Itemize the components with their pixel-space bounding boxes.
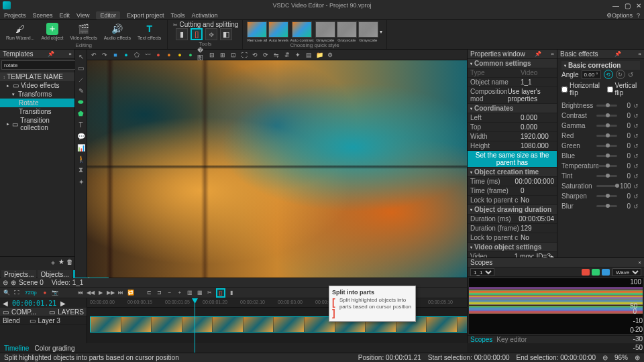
- chart-tool-icon[interactable]: 📊: [76, 143, 86, 152]
- templates-add-button[interactable]: ＋: [50, 258, 56, 267]
- layer-row[interactable]: Blend ▭ Layer 3: [0, 316, 87, 325]
- tl-tool-3[interactable]: ▮: [227, 289, 235, 297]
- tooltip-tool-icon[interactable]: 💬: [76, 131, 86, 141]
- redo-icon[interactable]: ↷: [101, 51, 109, 59]
- mark-out-icon[interactable]: ⊐: [156, 289, 164, 297]
- style-grayscale-1[interactable]: [315, 21, 335, 38]
- reset-8-icon[interactable]: ↺: [633, 183, 640, 190]
- slider-temperature[interactable]: [596, 165, 617, 167]
- pen-tool-icon[interactable]: ✎: [76, 86, 86, 95]
- templates-del-button[interactable]: 🗑: [66, 258, 73, 267]
- menu-export[interactable]: Export project: [127, 12, 164, 19]
- tl-next-icon[interactable]: ▶: [60, 300, 66, 307]
- maximize-icon[interactable]: ▢: [625, 2, 631, 9]
- menu-scenes[interactable]: Scenes: [33, 12, 53, 19]
- zoom-out-status[interactable]: ⊖: [602, 354, 608, 361]
- folder-icon[interactable]: 📁: [315, 51, 323, 59]
- tree-rotate[interactable]: Rotate: [0, 99, 74, 107]
- zoom-out-icon[interactable]: 🔍: [3, 289, 11, 297]
- scene-nav-next[interactable]: ⊕: [11, 279, 16, 286]
- effects-pin-icon[interactable]: 📌: [614, 51, 621, 57]
- tl-tool-2[interactable]: ▦: [196, 289, 204, 297]
- crop-tool-button[interactable]: ◧: [220, 28, 232, 40]
- orange-dot-icon[interactable]: ●: [165, 51, 173, 59]
- tree-transforms[interactable]: ▾Transforms: [0, 90, 74, 99]
- flip-h-icon[interactable]: ⇋: [272, 51, 280, 59]
- flip-v-icon[interactable]: ⇵: [283, 51, 291, 59]
- text-effects-button[interactable]: TText effects: [136, 21, 163, 42]
- set-parent-size-button[interactable]: Set the same size as the parent has: [468, 151, 557, 168]
- split-parts-button[interactable]: []: [216, 288, 225, 298]
- tree-transition-collection[interactable]: ▸▭ Transition collection: [0, 116, 74, 132]
- rotate-r-icon[interactable]: ⟳: [262, 51, 270, 59]
- reset-4-icon[interactable]: ↺: [633, 143, 640, 149]
- slider-red[interactable]: [596, 135, 617, 137]
- counter-tool-icon[interactable]: ⧗: [76, 166, 86, 175]
- style-grayscale-3[interactable]: [358, 21, 378, 38]
- bottom-tab-timeline[interactable]: Timeline: [4, 345, 29, 352]
- loop-icon[interactable]: 🔁: [127, 289, 135, 297]
- rotate-ccw-button[interactable]: ⟲: [604, 70, 613, 79]
- video-preview[interactable]: [87, 60, 467, 278]
- bottom-tab-colorgrading[interactable]: Color grading: [34, 345, 74, 352]
- cut-tool-button[interactable]: ▮: [176, 28, 188, 40]
- tl-cut-icon[interactable]: ✂: [206, 289, 214, 297]
- reset-7-icon[interactable]: ↺: [633, 173, 640, 180]
- reset-2-icon[interactable]: ↺: [633, 123, 640, 129]
- green-dot-icon[interactable]: ●: [186, 51, 195, 59]
- shape-tool-icon[interactable]: ⬟: [76, 109, 86, 118]
- minimize-icon[interactable]: —: [612, 2, 619, 9]
- slider-green[interactable]: [596, 145, 617, 147]
- cursor-tool-icon[interactable]: ↖: [76, 52, 86, 61]
- style-auto-levels[interactable]: [268, 21, 288, 38]
- trim-tool-button[interactable]: ⎆: [205, 28, 217, 40]
- rotate-90-button[interactable]: ↻: [616, 70, 625, 79]
- close-icon[interactable]: ✕: [636, 2, 641, 9]
- yellow-dot-icon[interactable]: ●: [176, 51, 184, 59]
- templates-search-input[interactable]: [1, 60, 77, 70]
- menu-editor[interactable]: Editor: [96, 11, 120, 19]
- style-more-button[interactable]: ▾: [380, 29, 382, 35]
- red-dot-icon[interactable]: ●: [154, 51, 162, 59]
- run-wizard-button[interactable]: 🖌Run Wizard...: [4, 21, 36, 42]
- reset-0-icon[interactable]: ↺: [633, 103, 640, 109]
- playhead[interactable]: [195, 298, 195, 353]
- reset-10-icon[interactable]: ↺: [633, 203, 640, 210]
- tl-prev-icon[interactable]: ◀: [3, 300, 8, 307]
- options-button[interactable]: ⚙Options: [606, 12, 633, 19]
- snapshot-icon[interactable]: 📷: [51, 289, 59, 297]
- line-tool-icon[interactable]: ⟋: [76, 74, 86, 84]
- align-l-icon[interactable]: �图: [197, 51, 205, 59]
- add-object-button[interactable]: ＋Add object: [39, 21, 65, 42]
- reset-3-icon[interactable]: ↺: [633, 133, 640, 139]
- gear-icon[interactable]: ⚙: [326, 51, 334, 59]
- props-pin-icon[interactable]: 📌: [535, 51, 541, 57]
- menu-edit[interactable]: Edit: [60, 12, 70, 19]
- reset-9-icon[interactable]: ↺: [633, 193, 640, 200]
- tl-tool-1[interactable]: ▥: [186, 289, 194, 297]
- zoom-in-status[interactable]: ⊕: [635, 354, 640, 361]
- style-auto-contrast[interactable]: [292, 21, 312, 38]
- props-close-icon[interactable]: ×: [551, 51, 554, 57]
- play-icon[interactable]: ▶: [97, 289, 105, 297]
- resolution-selector[interactable]: 720p: [23, 290, 39, 296]
- ellipse-tool-icon[interactable]: ⬬: [76, 97, 86, 107]
- scene-nav-prev[interactable]: ⊖: [3, 279, 8, 286]
- scope-green-button[interactable]: [592, 269, 600, 276]
- zoom-tl-out-icon[interactable]: −: [166, 289, 174, 297]
- person-tool-icon[interactable]: 🚶: [76, 154, 86, 164]
- scopes-close-icon[interactable]: ×: [638, 259, 641, 265]
- slider-blue[interactable]: [596, 155, 617, 157]
- step-back-icon[interactable]: ◀◀: [87, 289, 95, 297]
- menu-activation[interactable]: Activation: [191, 12, 217, 19]
- crop-icon[interactable]: ⛶: [240, 51, 248, 59]
- effects-close-icon[interactable]: ×: [638, 51, 641, 57]
- menu-projects[interactable]: Projects: [4, 12, 26, 19]
- grid-icon[interactable]: ⊡: [229, 51, 237, 59]
- slider-gamma[interactable]: [596, 125, 617, 127]
- scopes-tab-scopes[interactable]: Scopes: [470, 336, 492, 343]
- angle-input[interactable]: 0.00 °: [582, 70, 601, 79]
- templates-close-icon[interactable]: ×: [68, 51, 72, 57]
- video-effects-button[interactable]: 🎬Video effects: [68, 21, 99, 42]
- slider-tint[interactable]: [596, 175, 617, 177]
